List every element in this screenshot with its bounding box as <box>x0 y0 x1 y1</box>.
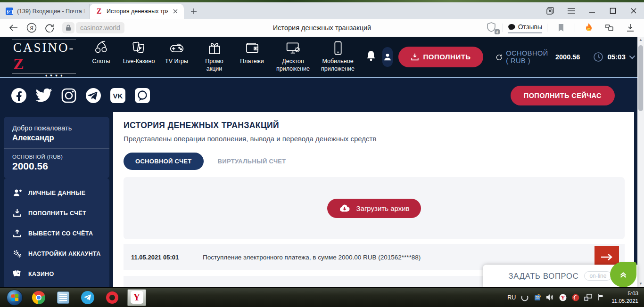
crown-icon <box>47 27 63 38</box>
taskbar-opera-icon[interactable] <box>103 289 122 306</box>
svg-text:Y: Y <box>561 295 565 300</box>
tab-transactions[interactable]: Z История денежных тра <box>90 4 184 19</box>
downloads-icon[interactable] <box>623 21 637 35</box>
user-plus-icon <box>12 188 22 198</box>
refresh-balance-icon <box>495 52 503 62</box>
sidebar-item-settings[interactable]: НАСТРОЙКИ АККАУНТА <box>4 243 109 264</box>
back-button[interactable] <box>7 21 21 35</box>
vpn-flame-icon[interactable] <box>582 21 596 35</box>
notifications-bell-icon[interactable] <box>365 50 377 64</box>
nav-item-payments[interactable]: Платежи <box>235 40 269 65</box>
topup-now-button[interactable]: ПОПОЛНИТЬ СЕЙЧАС <box>511 86 615 105</box>
tray-clock[interactable]: 5:03 11.05.2021 <box>611 290 638 305</box>
tab-main-account[interactable]: ОСНОВНОЙ СЧЕТ <box>124 153 204 170</box>
main-nav: Слоты Live-Казино TV Игры Промо акции Пл… <box>84 40 359 73</box>
casino-cards-icon <box>12 269 22 279</box>
nav-item-promotions[interactable]: Промо акции <box>198 40 231 73</box>
page-scrollbar[interactable]: ▲ ▼ <box>637 37 644 287</box>
protect-shield-icon[interactable]: 4 <box>487 22 498 33</box>
casino-z-favicon-icon: Z <box>95 8 103 15</box>
casino-z-logo[interactable]: CASINO-Z ♦ ♥ ♥ ♦ <box>12 40 76 74</box>
nav-item-live-casino[interactable]: Live-Казино <box>122 40 156 65</box>
nav-item-desktop-app[interactable]: Десктоп приложение <box>273 40 314 73</box>
arrow-right-icon <box>600 253 613 261</box>
bookmark-flag-icon[interactable] <box>554 21 568 35</box>
browser-tab-bar: (139) Входящие - Почта M Z История денеж… <box>0 2 644 19</box>
vk-icon[interactable]: VK <box>109 87 126 104</box>
tab-virtual-account[interactable]: ВИРТУАЛЬНЫЙ СЧЕТ <box>218 158 286 165</box>
sidebar-item-casino[interactable]: КАЗИНО <box>4 264 109 284</box>
taskbar-chrome-icon[interactable] <box>29 289 48 306</box>
close-window-button[interactable] <box>623 2 644 19</box>
yandex-home-icon[interactable]: Я <box>25 21 39 35</box>
account-sidebar: Добро пожаловать Александр ОСНОВНОЙ (RUB… <box>0 112 113 287</box>
svg-text:Я: Я <box>30 25 33 32</box>
start-button[interactable] <box>7 290 23 306</box>
session-clock[interactable]: 05:03 <box>593 52 633 62</box>
tab-panel-icon[interactable] <box>540 2 561 19</box>
page-heading: ИСТОРИЯ ДЕНЕЖНЫХ ТРАНЗАКЦИЙ <box>124 121 625 130</box>
taskbar-notepad-icon[interactable] <box>54 289 73 306</box>
tray-windows-update-icon[interactable] <box>533 293 541 301</box>
chat-expand-button[interactable] <box>610 262 636 287</box>
instagram-icon[interactable] <box>60 87 77 104</box>
new-tab-button[interactable] <box>188 5 200 17</box>
tray-network-icon[interactable] <box>584 293 592 301</box>
scroll-up-icon[interactable]: ▲ <box>637 37 644 43</box>
user-account-button[interactable] <box>382 47 393 67</box>
balance-widget[interactable]: ОСНОВНОЙ ( RUB ) 2000.56 <box>495 49 580 65</box>
taskbar-telegram-icon[interactable] <box>78 289 97 306</box>
windows-taskbar: Y RU Y 5:03 11.05.2021 <box>0 287 644 307</box>
divider <box>503 24 503 32</box>
sidebar-item-withdraw[interactable]: ВЫВЕСТИ СО СЧЁТА <box>4 223 109 243</box>
download-archive-button[interactable]: Загрузить архив <box>327 199 421 218</box>
extensions-icon[interactable] <box>603 21 617 35</box>
sidebar-item-deposit[interactable]: ПОПОЛНИТЬ СЧЁТ <box>4 203 109 223</box>
tray-ccleaner-icon[interactable] <box>571 293 579 301</box>
tray-language-indicator[interactable]: RU <box>507 294 516 301</box>
tray-yandex-icon[interactable]: Y <box>559 293 567 301</box>
tab-title: (139) Входящие - Почта M <box>17 8 84 15</box>
withdraw-icon <box>12 228 22 238</box>
nav-item-slots[interactable]: Слоты <box>84 40 118 65</box>
tray-date: 11.05.2021 <box>611 298 638 305</box>
transaction-description: Поступление электронного платежа, в сумм… <box>203 254 594 261</box>
reviews-button[interactable]: Отзывы <box>508 23 542 32</box>
cloud-download-icon <box>339 203 351 213</box>
telegram-icon[interactable] <box>85 87 102 104</box>
transaction-date: 11.05.2021 05:01 <box>131 254 194 261</box>
chat-widget[interactable]: ЗАДАТЬ ВОПРОС on-line <box>483 265 637 287</box>
double-chevron-up-icon <box>619 270 628 279</box>
maximize-button[interactable] <box>603 2 623 19</box>
cards-icon <box>132 40 147 56</box>
tray-volume-icon[interactable] <box>546 293 554 301</box>
chevron-down-icon <box>629 53 635 59</box>
tab-close-icon[interactable] <box>172 8 179 15</box>
facebook-icon[interactable] <box>10 87 27 104</box>
gamepad-icon <box>169 40 184 56</box>
nav-item-mobile-app[interactable]: Мобильное приложение <box>317 40 359 73</box>
tab-mail[interactable]: (139) Входящие - Почта M <box>0 4 90 19</box>
nav-item-tv-games[interactable]: TV Игры <box>160 40 194 65</box>
topup-button[interactable]: ПОПОЛНИТЬ <box>398 47 483 67</box>
gift-icon <box>207 40 222 56</box>
divider <box>575 24 575 32</box>
twitter-icon[interactable] <box>35 88 53 103</box>
wallet-icon <box>245 40 260 56</box>
taskbar-yandex-browser-icon[interactable]: Y <box>127 289 146 306</box>
logo-text: CASINO- <box>13 40 75 55</box>
address-bar[interactable]: casinoz.world <box>76 22 124 33</box>
minimize-button[interactable] <box>582 2 603 19</box>
scrollbar-thumb[interactable] <box>638 45 643 111</box>
tray-flag-icon[interactable] <box>597 293 605 301</box>
tray-time: 5:03 <box>611 290 638 298</box>
chat-messenger-icon[interactable] <box>134 87 151 104</box>
browser-menu-icon[interactable] <box>561 2 582 19</box>
system-tray: RU Y 5:03 11.05.2021 <box>507 290 641 305</box>
scroll-down-icon[interactable]: ▼ <box>637 281 644 287</box>
site-security-lock-icon[interactable] <box>62 22 74 33</box>
page-subtitle: Представлены операции пополнения, вывода… <box>124 135 625 143</box>
browser-toolbar: Я casinoz.world История денежных транзак… <box>0 19 644 37</box>
sidebar-item-personal-data[interactable]: ЛИЧНЫЕ ДАННЫЕ <box>4 183 109 203</box>
tray-app-icon[interactable] <box>520 293 528 301</box>
